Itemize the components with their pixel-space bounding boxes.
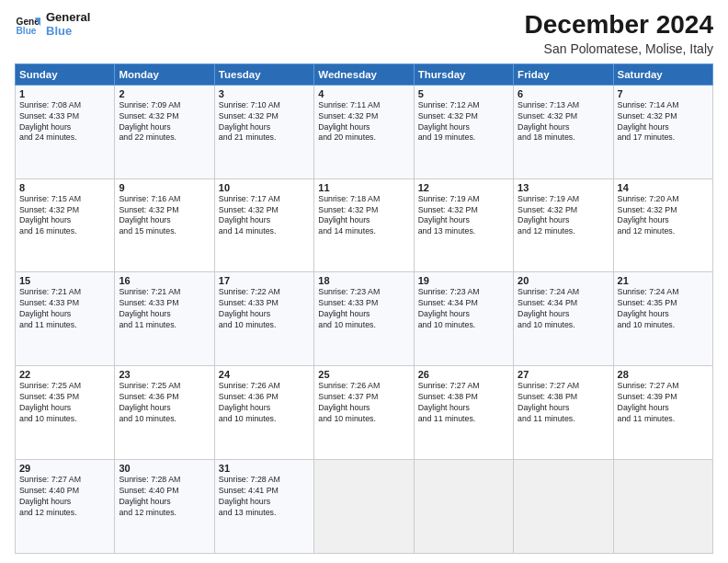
cell-info: Sunrise: 7:12 AMSunset: 4:32 PMDaylight … (418, 100, 509, 144)
header: General Blue General Blue December 2024 … (15, 11, 713, 56)
cell-info: Sunrise: 7:26 AMSunset: 4:36 PMDaylight … (219, 381, 310, 425)
calendar-cell (314, 460, 414, 554)
calendar-cell: 24Sunrise: 7:26 AMSunset: 4:36 PMDayligh… (214, 366, 313, 460)
cell-info: Sunrise: 7:19 AMSunset: 4:32 PMDaylight … (418, 194, 509, 238)
cell-info: Sunrise: 7:20 AMSunset: 4:32 PMDaylight … (618, 194, 709, 238)
day-number: 6 (518, 88, 609, 99)
day-number: 18 (318, 275, 409, 286)
logo: General Blue General Blue (15, 11, 90, 39)
calendar-cell: 7Sunrise: 7:14 AMSunset: 4:32 PMDaylight… (613, 85, 712, 178)
calendar-table: SundayMondayTuesdayWednesdayThursdayFrid… (15, 63, 713, 554)
calendar-cell: 31Sunrise: 7:28 AMSunset: 4:41 PMDayligh… (214, 460, 313, 554)
logo-line1: General (46, 11, 90, 25)
cell-info: Sunrise: 7:28 AMSunset: 4:40 PMDaylight … (119, 475, 210, 519)
day-number: 8 (19, 182, 110, 193)
day-header-saturday: Saturday (613, 63, 712, 85)
day-header-monday: Monday (115, 63, 214, 85)
day-number: 21 (618, 275, 709, 286)
cell-info: Sunrise: 7:14 AMSunset: 4:32 PMDaylight … (618, 100, 709, 144)
cell-info: Sunrise: 7:21 AMSunset: 4:33 PMDaylight … (19, 287, 110, 331)
calendar-cell: 22Sunrise: 7:25 AMSunset: 4:35 PMDayligh… (16, 366, 115, 460)
calendar-cell: 11Sunrise: 7:18 AMSunset: 4:32 PMDayligh… (314, 178, 414, 272)
cell-info: Sunrise: 7:08 AMSunset: 4:33 PMDaylight … (19, 100, 110, 144)
calendar-cell: 16Sunrise: 7:21 AMSunset: 4:33 PMDayligh… (115, 272, 214, 366)
calendar-cell: 15Sunrise: 7:21 AMSunset: 4:33 PMDayligh… (16, 272, 115, 366)
calendar-cell: 13Sunrise: 7:19 AMSunset: 4:32 PMDayligh… (514, 178, 613, 272)
cell-info: Sunrise: 7:25 AMSunset: 4:36 PMDaylight … (119, 381, 210, 425)
day-header-friday: Friday (514, 63, 613, 85)
calendar-cell (613, 460, 712, 554)
title-block: December 2024 San Polomatese, Molise, It… (525, 11, 713, 56)
cell-info: Sunrise: 7:09 AMSunset: 4:32 PMDaylight … (119, 100, 210, 144)
day-number: 20 (518, 275, 609, 286)
calendar-week-2: 8Sunrise: 7:15 AMSunset: 4:32 PMDaylight… (16, 178, 713, 272)
cell-info: Sunrise: 7:16 AMSunset: 4:32 PMDaylight … (119, 194, 210, 238)
day-number: 29 (19, 463, 110, 474)
calendar-cell: 6Sunrise: 7:13 AMSunset: 4:32 PMDaylight… (514, 85, 613, 178)
cell-info: Sunrise: 7:27 AMSunset: 4:39 PMDaylight … (618, 381, 709, 425)
calendar-cell: 17Sunrise: 7:22 AMSunset: 4:33 PMDayligh… (214, 272, 313, 366)
cell-info: Sunrise: 7:24 AMSunset: 4:35 PMDaylight … (618, 287, 709, 331)
calendar-cell: 2Sunrise: 7:09 AMSunset: 4:32 PMDaylight… (115, 85, 214, 178)
calendar-cell: 26Sunrise: 7:27 AMSunset: 4:38 PMDayligh… (414, 366, 513, 460)
calendar-cell: 5Sunrise: 7:12 AMSunset: 4:32 PMDaylight… (414, 85, 513, 178)
day-header-thursday: Thursday (414, 63, 513, 85)
day-number: 9 (119, 182, 210, 193)
day-number: 15 (19, 275, 110, 286)
day-header-sunday: Sunday (16, 63, 115, 85)
cell-info: Sunrise: 7:27 AMSunset: 4:38 PMDaylight … (518, 381, 609, 425)
cell-info: Sunrise: 7:10 AMSunset: 4:32 PMDaylight … (219, 100, 310, 144)
calendar-cell: 12Sunrise: 7:19 AMSunset: 4:32 PMDayligh… (414, 178, 513, 272)
logo-line2: Blue (46, 25, 90, 39)
calendar-cell (514, 460, 613, 554)
cell-info: Sunrise: 7:23 AMSunset: 4:33 PMDaylight … (318, 287, 409, 331)
calendar-cell: 18Sunrise: 7:23 AMSunset: 4:33 PMDayligh… (314, 272, 414, 366)
day-number: 12 (418, 182, 509, 193)
day-number: 17 (219, 275, 310, 286)
calendar-cell: 30Sunrise: 7:28 AMSunset: 4:40 PMDayligh… (115, 460, 214, 554)
day-number: 11 (318, 182, 409, 193)
calendar-cell: 8Sunrise: 7:15 AMSunset: 4:32 PMDaylight… (16, 178, 115, 272)
cell-info: Sunrise: 7:26 AMSunset: 4:37 PMDaylight … (318, 381, 409, 425)
calendar-week-5: 29Sunrise: 7:27 AMSunset: 4:40 PMDayligh… (16, 460, 713, 554)
day-number: 27 (518, 369, 609, 380)
day-number: 30 (119, 463, 210, 474)
calendar-header-row: SundayMondayTuesdayWednesdayThursdayFrid… (16, 63, 713, 85)
calendar-cell: 27Sunrise: 7:27 AMSunset: 4:38 PMDayligh… (514, 366, 613, 460)
location-title: San Polomatese, Molise, Italy (525, 41, 713, 56)
month-title: December 2024 (525, 11, 713, 40)
cell-info: Sunrise: 7:21 AMSunset: 4:33 PMDaylight … (119, 287, 210, 331)
calendar-cell: 1Sunrise: 7:08 AMSunset: 4:33 PMDaylight… (16, 85, 115, 178)
day-header-tuesday: Tuesday (214, 63, 313, 85)
day-number: 25 (318, 369, 409, 380)
calendar-page: General Blue General Blue December 2024 … (0, 0, 728, 563)
cell-info: Sunrise: 7:15 AMSunset: 4:32 PMDaylight … (19, 194, 110, 238)
day-number: 3 (219, 88, 310, 99)
calendar-cell: 4Sunrise: 7:11 AMSunset: 4:32 PMDaylight… (314, 85, 414, 178)
calendar-cell: 25Sunrise: 7:26 AMSunset: 4:37 PMDayligh… (314, 366, 414, 460)
day-number: 19 (418, 275, 509, 286)
cell-info: Sunrise: 7:27 AMSunset: 4:38 PMDaylight … (418, 381, 509, 425)
calendar-week-3: 15Sunrise: 7:21 AMSunset: 4:33 PMDayligh… (16, 272, 713, 366)
cell-info: Sunrise: 7:13 AMSunset: 4:32 PMDaylight … (518, 100, 609, 144)
calendar-cell: 19Sunrise: 7:23 AMSunset: 4:34 PMDayligh… (414, 272, 513, 366)
calendar-week-4: 22Sunrise: 7:25 AMSunset: 4:35 PMDayligh… (16, 366, 713, 460)
cell-info: Sunrise: 7:24 AMSunset: 4:34 PMDaylight … (518, 287, 609, 331)
cell-info: Sunrise: 7:11 AMSunset: 4:32 PMDaylight … (318, 100, 409, 144)
calendar-cell: 3Sunrise: 7:10 AMSunset: 4:32 PMDaylight… (214, 85, 313, 178)
day-number: 5 (418, 88, 509, 99)
calendar-cell: 10Sunrise: 7:17 AMSunset: 4:32 PMDayligh… (214, 178, 313, 272)
day-number: 4 (318, 88, 409, 99)
cell-info: Sunrise: 7:18 AMSunset: 4:32 PMDaylight … (318, 194, 409, 238)
day-number: 16 (119, 275, 210, 286)
day-number: 1 (19, 88, 110, 99)
calendar-cell (414, 460, 513, 554)
day-number: 31 (219, 463, 310, 474)
cell-info: Sunrise: 7:25 AMSunset: 4:35 PMDaylight … (19, 381, 110, 425)
day-number: 2 (119, 88, 210, 99)
cell-info: Sunrise: 7:22 AMSunset: 4:33 PMDaylight … (219, 287, 310, 331)
cell-info: Sunrise: 7:23 AMSunset: 4:34 PMDaylight … (418, 287, 509, 331)
day-header-wednesday: Wednesday (314, 63, 414, 85)
cell-info: Sunrise: 7:27 AMSunset: 4:40 PMDaylight … (19, 475, 110, 519)
day-number: 23 (119, 369, 210, 380)
